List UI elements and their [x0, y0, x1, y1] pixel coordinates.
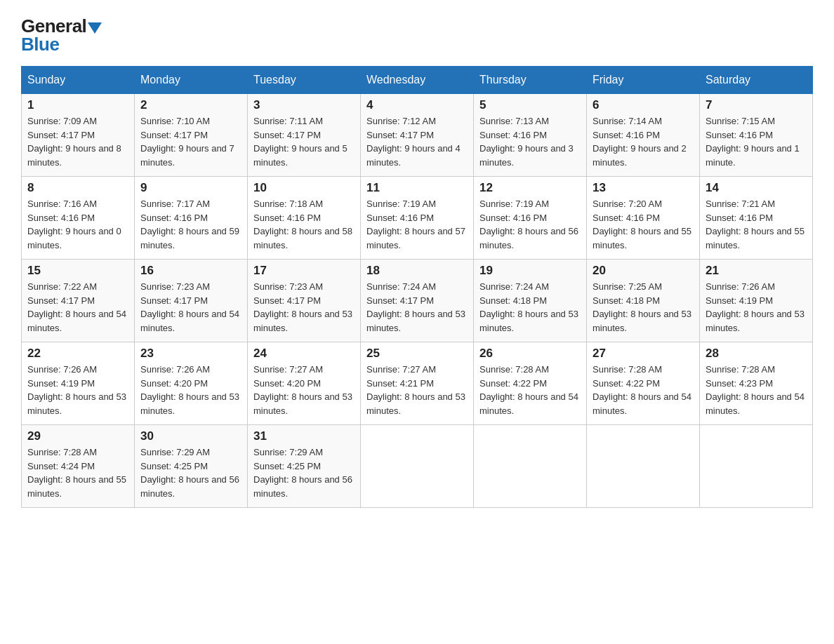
day-cell: 16Sunrise: 7:23 AMSunset: 4:17 PMDayligh…	[135, 260, 248, 342]
day-info: Sunrise: 7:28 AMSunset: 4:22 PMDaylight:…	[593, 363, 694, 417]
day-cell	[700, 425, 813, 508]
logo-blue-text: Blue	[21, 35, 59, 53]
day-info: Sunrise: 7:26 AMSunset: 4:19 PMDaylight:…	[706, 280, 807, 335]
page-header: General Blue	[21, 14, 813, 53]
day-info: Sunrise: 7:18 AMSunset: 4:16 PMDaylight:…	[253, 197, 355, 252]
week-row-2: 8Sunrise: 7:16 AMSunset: 4:16 PMDaylight…	[22, 177, 813, 260]
day-number: 2	[140, 98, 241, 112]
day-info: Sunrise: 7:19 AMSunset: 4:16 PMDaylight:…	[366, 197, 468, 252]
day-cell: 31Sunrise: 7:29 AMSunset: 4:25 PMDayligh…	[248, 425, 361, 508]
logo-general-text: General	[21, 17, 102, 35]
day-cell: 8Sunrise: 7:16 AMSunset: 4:16 PMDaylight…	[22, 177, 135, 260]
day-cell: 21Sunrise: 7:26 AMSunset: 4:19 PMDayligh…	[700, 260, 813, 342]
day-cell	[587, 425, 700, 508]
week-row-1: 1Sunrise: 7:09 AMSunset: 4:17 PMDaylight…	[22, 94, 813, 177]
logo: General Blue	[21, 14, 102, 53]
day-number: 20	[593, 264, 694, 278]
calendar-table: SundayMondayTuesdayWednesdayThursdayFrid…	[21, 66, 813, 508]
day-info: Sunrise: 7:21 AMSunset: 4:16 PMDaylight:…	[706, 197, 807, 252]
day-cell: 12Sunrise: 7:19 AMSunset: 4:16 PMDayligh…	[474, 177, 587, 260]
day-cell: 18Sunrise: 7:24 AMSunset: 4:17 PMDayligh…	[361, 260, 474, 342]
col-header-sunday: Sunday	[22, 67, 135, 94]
day-info: Sunrise: 7:10 AMSunset: 4:17 PMDaylight:…	[140, 114, 241, 169]
day-cell: 27Sunrise: 7:28 AMSunset: 4:22 PMDayligh…	[587, 342, 700, 425]
day-cell: 11Sunrise: 7:19 AMSunset: 4:16 PMDayligh…	[361, 177, 474, 260]
day-info: Sunrise: 7:14 AMSunset: 4:16 PMDaylight:…	[593, 114, 694, 169]
day-cell: 29Sunrise: 7:28 AMSunset: 4:24 PMDayligh…	[22, 425, 135, 508]
day-info: Sunrise: 7:15 AMSunset: 4:16 PMDaylight:…	[706, 114, 807, 169]
day-info: Sunrise: 7:19 AMSunset: 4:16 PMDaylight:…	[479, 197, 581, 252]
day-number: 15	[27, 264, 128, 278]
day-number: 1	[27, 98, 128, 112]
day-number: 18	[366, 264, 468, 278]
day-number: 7	[706, 98, 807, 112]
day-cell: 28Sunrise: 7:28 AMSunset: 4:23 PMDayligh…	[700, 342, 813, 425]
day-info: Sunrise: 7:27 AMSunset: 4:20 PMDaylight:…	[253, 363, 355, 417]
day-number: 22	[27, 347, 128, 361]
day-info: Sunrise: 7:23 AMSunset: 4:17 PMDaylight:…	[140, 280, 241, 335]
day-cell: 9Sunrise: 7:17 AMSunset: 4:16 PMDaylight…	[135, 177, 248, 260]
day-number: 17	[253, 264, 355, 278]
col-header-monday: Monday	[135, 67, 248, 94]
day-number: 28	[706, 347, 807, 361]
day-number: 3	[253, 98, 355, 112]
col-header-saturday: Saturday	[700, 67, 813, 94]
day-info: Sunrise: 7:24 AMSunset: 4:18 PMDaylight:…	[479, 280, 581, 335]
day-info: Sunrise: 7:24 AMSunset: 4:17 PMDaylight:…	[366, 280, 468, 335]
day-cell: 2Sunrise: 7:10 AMSunset: 4:17 PMDaylight…	[135, 94, 248, 177]
day-cell: 3Sunrise: 7:11 AMSunset: 4:17 PMDaylight…	[248, 94, 361, 177]
day-info: Sunrise: 7:17 AMSunset: 4:16 PMDaylight:…	[140, 197, 241, 252]
day-info: Sunrise: 7:13 AMSunset: 4:16 PMDaylight:…	[479, 114, 581, 169]
day-cell: 6Sunrise: 7:14 AMSunset: 4:16 PMDaylight…	[587, 94, 700, 177]
day-number: 6	[593, 98, 694, 112]
day-cell: 19Sunrise: 7:24 AMSunset: 4:18 PMDayligh…	[474, 260, 587, 342]
day-info: Sunrise: 7:11 AMSunset: 4:17 PMDaylight:…	[253, 114, 355, 169]
logo-triangle-icon	[88, 22, 102, 34]
day-info: Sunrise: 7:12 AMSunset: 4:17 PMDaylight:…	[366, 114, 468, 169]
day-number: 21	[706, 264, 807, 278]
day-info: Sunrise: 7:29 AMSunset: 4:25 PMDaylight:…	[140, 445, 241, 500]
day-cell: 17Sunrise: 7:23 AMSunset: 4:17 PMDayligh…	[248, 260, 361, 342]
day-info: Sunrise: 7:16 AMSunset: 4:16 PMDaylight:…	[27, 197, 128, 252]
week-row-3: 15Sunrise: 7:22 AMSunset: 4:17 PMDayligh…	[22, 260, 813, 342]
day-number: 24	[253, 347, 355, 361]
day-info: Sunrise: 7:28 AMSunset: 4:24 PMDaylight:…	[27, 445, 128, 500]
day-number: 14	[706, 181, 807, 195]
day-number: 26	[479, 347, 581, 361]
day-number: 23	[140, 347, 241, 361]
day-cell: 7Sunrise: 7:15 AMSunset: 4:16 PMDaylight…	[700, 94, 813, 177]
col-header-wednesday: Wednesday	[361, 67, 474, 94]
day-info: Sunrise: 7:27 AMSunset: 4:21 PMDaylight:…	[366, 363, 468, 417]
day-number: 30	[140, 429, 241, 443]
day-cell: 20Sunrise: 7:25 AMSunset: 4:18 PMDayligh…	[587, 260, 700, 342]
day-info: Sunrise: 7:28 AMSunset: 4:23 PMDaylight:…	[706, 363, 807, 417]
day-info: Sunrise: 7:09 AMSunset: 4:17 PMDaylight:…	[27, 114, 128, 169]
day-number: 8	[27, 181, 128, 195]
day-info: Sunrise: 7:29 AMSunset: 4:25 PMDaylight:…	[253, 445, 355, 500]
day-cell: 13Sunrise: 7:20 AMSunset: 4:16 PMDayligh…	[587, 177, 700, 260]
header-row: SundayMondayTuesdayWednesdayThursdayFrid…	[22, 67, 813, 94]
day-cell: 30Sunrise: 7:29 AMSunset: 4:25 PMDayligh…	[135, 425, 248, 508]
day-cell: 10Sunrise: 7:18 AMSunset: 4:16 PMDayligh…	[248, 177, 361, 260]
day-number: 31	[253, 429, 355, 443]
day-number: 10	[253, 181, 355, 195]
day-cell: 23Sunrise: 7:26 AMSunset: 4:20 PMDayligh…	[135, 342, 248, 425]
day-number: 27	[593, 347, 694, 361]
day-cell: 1Sunrise: 7:09 AMSunset: 4:17 PMDaylight…	[22, 94, 135, 177]
col-header-tuesday: Tuesday	[248, 67, 361, 94]
day-info: Sunrise: 7:26 AMSunset: 4:19 PMDaylight:…	[27, 363, 128, 417]
day-number: 25	[366, 347, 468, 361]
day-info: Sunrise: 7:23 AMSunset: 4:17 PMDaylight:…	[253, 280, 355, 335]
day-number: 13	[593, 181, 694, 195]
day-number: 5	[479, 98, 581, 112]
day-number: 29	[27, 429, 128, 443]
day-number: 12	[479, 181, 581, 195]
day-number: 16	[140, 264, 241, 278]
day-info: Sunrise: 7:22 AMSunset: 4:17 PMDaylight:…	[27, 280, 128, 335]
week-row-4: 22Sunrise: 7:26 AMSunset: 4:19 PMDayligh…	[22, 342, 813, 425]
day-info: Sunrise: 7:28 AMSunset: 4:22 PMDaylight:…	[479, 363, 581, 417]
week-row-5: 29Sunrise: 7:28 AMSunset: 4:24 PMDayligh…	[22, 425, 813, 508]
day-cell: 5Sunrise: 7:13 AMSunset: 4:16 PMDaylight…	[474, 94, 587, 177]
day-cell: 14Sunrise: 7:21 AMSunset: 4:16 PMDayligh…	[700, 177, 813, 260]
day-info: Sunrise: 7:26 AMSunset: 4:20 PMDaylight:…	[140, 363, 241, 417]
